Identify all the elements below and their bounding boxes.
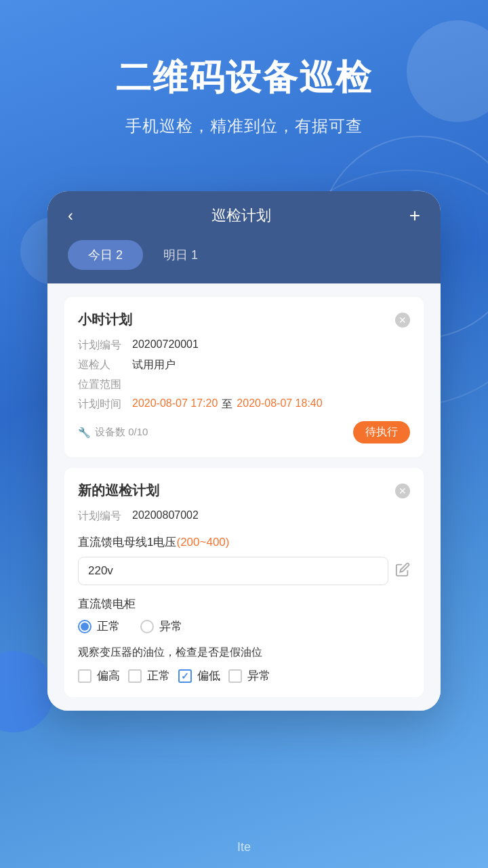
phone-card: ‹ 巡检计划 + 今日 2 明日 1 小时计划 ✕ 计划编号 [47, 191, 441, 711]
inspector-value: 试用用户 [132, 358, 176, 372]
radio-normal-label: 正常 [97, 618, 120, 634]
app-title: 二维码设备巡检 [116, 54, 372, 102]
form-plan-number-label: 计划编号 [78, 509, 132, 524]
checkbox-normal[interactable]: 正常 [128, 668, 170, 684]
time-start: 2020-08-07 17:20 [132, 397, 218, 412]
radio-circle-abnormal [140, 620, 154, 633]
voltage-input-row [78, 557, 410, 585]
checkbox-row: 偏高 正常 ✓ 偏低 异常 [78, 668, 410, 684]
status-badge[interactable]: 待执行 [353, 421, 410, 443]
plan-close-button-1[interactable]: ✕ [395, 313, 410, 328]
checkbox-box-abnormal [228, 669, 242, 683]
checkbox-normal-label: 正常 [147, 668, 170, 684]
plan-number-value: 20200720001 [132, 338, 199, 353]
form-section: 新的巡检计划 ✕ 计划编号 20200807002 直流馈电母线1电压(200~… [64, 468, 424, 697]
plan-title-1: 小时计划 [78, 311, 132, 329]
checkbox-box-low: ✓ [178, 669, 192, 683]
plan-info-inspector: 巡检人 试用用户 [78, 358, 410, 372]
tab-today[interactable]: 今日 2 [68, 240, 143, 270]
plan-info-number: 计划编号 20200720001 [78, 338, 410, 353]
checkbox-abnormal[interactable]: 异常 [228, 668, 270, 684]
device-count: 🔧 设备数 0/10 [78, 426, 148, 439]
plan-footer-1: 🔧 设备数 0/10 待执行 [78, 421, 410, 443]
back-button[interactable]: ‹ [68, 206, 73, 225]
form-section-title: 新的巡检计划 [78, 481, 159, 500]
radio-row: 正常 异常 [78, 618, 410, 634]
form-title-row: 新的巡检计划 ✕ [78, 481, 410, 500]
voltage-input[interactable] [78, 557, 388, 585]
wrench-icon: 🔧 [78, 427, 91, 439]
cabinet-label: 直流馈电柜 [78, 596, 410, 612]
checkbox-box-high [78, 669, 92, 683]
location-label: 位置范围 [78, 378, 132, 392]
plan-number-label: 计划编号 [78, 338, 132, 353]
card-header: ‹ 巡检计划 + [47, 191, 441, 240]
plan-info-location: 位置范围 [78, 378, 410, 392]
checkbox-check-low: ✓ [181, 671, 189, 682]
add-button[interactable]: + [409, 205, 420, 226]
main-content: 二维码设备巡检 手机巡检，精准到位，有据可查 ‹ 巡检计划 + 今日 2 明日 … [0, 0, 488, 711]
radio-abnormal-label: 异常 [159, 618, 182, 634]
time-to: 至 [222, 397, 232, 412]
plan-close-button-2[interactable]: ✕ [395, 484, 410, 498]
card-title: 巡检计划 [211, 205, 271, 226]
radio-abnormal[interactable]: 异常 [140, 618, 182, 634]
time-end: 2020-08-07 18:40 [237, 397, 322, 412]
checkbox-abnormal-label: 异常 [247, 668, 270, 684]
checkbox-low[interactable]: ✓ 偏低 [178, 668, 220, 684]
inspector-label: 巡检人 [78, 358, 132, 372]
oil-label: 观察变压器的油位，检查是否是假油位 [78, 645, 410, 660]
card-body: 小时计划 ✕ 计划编号 20200720001 巡检人 试用用户 位置范围 计划… [47, 283, 441, 711]
checkbox-box-normal [128, 669, 142, 683]
radio-circle-normal [78, 620, 92, 633]
form-plan-number-value: 20200807002 [132, 509, 199, 524]
voltage-label: 直流馈电母线1电压(200~400) [78, 534, 410, 550]
tabs-row: 今日 2 明日 1 [47, 240, 441, 283]
radio-filled-normal [81, 623, 89, 631]
checkbox-high-label: 偏高 [97, 668, 120, 684]
plan-section-1: 小时计划 ✕ 计划编号 20200720001 巡检人 试用用户 位置范围 计划… [64, 297, 424, 457]
tab-tomorrow[interactable]: 明日 1 [143, 240, 218, 270]
voltage-range: (200~400) [176, 536, 229, 549]
checkbox-high[interactable]: 偏高 [78, 668, 120, 684]
plan-title-row-1: 小时计划 ✕ [78, 311, 410, 329]
edit-icon[interactable] [395, 562, 410, 580]
radio-normal[interactable]: 正常 [78, 618, 120, 634]
checkbox-low-label: 偏低 [197, 668, 220, 684]
plan-info-time: 计划时间 2020-08-07 17:20 至 2020-08-07 18:40 [78, 397, 410, 412]
app-subtitle: 手机巡检，精准到位，有据可查 [125, 115, 363, 137]
form-plan-number-row: 计划编号 20200807002 [78, 509, 410, 524]
time-label: 计划时间 [78, 397, 132, 412]
bottom-label: Ite [237, 840, 251, 854]
